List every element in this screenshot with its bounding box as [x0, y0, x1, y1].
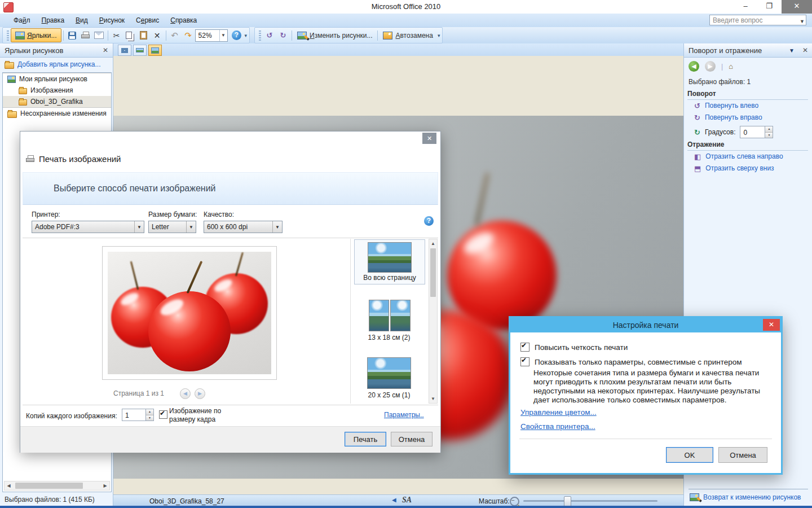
- rename-icon[interactable]: SA: [402, 496, 412, 505]
- tree-item-oboi-3d-grafika[interactable]: Oboi_3D_Grafika: [3, 96, 111, 107]
- close-button[interactable]: ✕: [782, 0, 812, 14]
- tree-item-my-shortcuts[interactable]: Мои ярлыки рисунков: [3, 73, 111, 85]
- scroll-left-icon[interactable]: ◀: [5, 483, 13, 488]
- scroll-up-icon[interactable]: ▲: [429, 241, 437, 246]
- help-button[interactable]: ?: [230, 29, 244, 42]
- options-link[interactable]: Параметры..: [384, 411, 424, 419]
- layout-option-full-page[interactable]: Во всю страницу: [354, 239, 425, 284]
- print-dialog-close-button[interactable]: ✕: [422, 133, 436, 144]
- save-button[interactable]: [65, 29, 79, 42]
- quality-select[interactable]: 600 x 600 dpi▼: [204, 221, 283, 233]
- cut-button[interactable]: ✂: [110, 29, 123, 42]
- toolbar-overflow-icon[interactable]: ▾: [438, 33, 440, 38]
- previous-page-button[interactable]: ◀: [180, 388, 191, 399]
- flip-horizontal-link[interactable]: ◧ Отразить слева направо: [694, 152, 783, 161]
- edit-pictures-button[interactable]: Изменить рисунки...: [294, 29, 376, 42]
- fit-to-frame-checkbox[interactable]: [159, 410, 167, 419]
- zoom-combobox[interactable]: 52% ▼: [195, 29, 228, 42]
- print-dialog-footer: Печать Отмена: [20, 426, 440, 453]
- toolbar-grip[interactable]: [259, 30, 261, 41]
- delete-button[interactable]: ✕: [151, 29, 164, 42]
- degrees-input[interactable]: 0: [740, 126, 765, 138]
- shortcuts-button[interactable]: Ярлыки...: [11, 28, 61, 42]
- add-folder-icon: [5, 62, 14, 69]
- vertical-scrollbar[interactable]: ▲ ▼: [429, 239, 438, 404]
- layout-option-20x25[interactable]: 20 x 25 см (1): [354, 356, 424, 402]
- print-dialog-header-band: Выберите способ печати изображений: [23, 172, 438, 205]
- menu-help[interactable]: Справка: [165, 15, 202, 26]
- filmstrip-view-button[interactable]: [133, 45, 147, 56]
- sharpen-print-checkbox[interactable]: [520, 343, 529, 352]
- rotate-left-button[interactable]: ↺: [263, 29, 276, 42]
- chevron-down-icon[interactable]: ▼: [219, 30, 227, 41]
- mail-button[interactable]: [92, 29, 106, 42]
- print-dialog-title: Печать изображений: [39, 154, 121, 164]
- flip-vertical-link[interactable]: ⬒ Отразить сверху вниз: [694, 164, 774, 173]
- help-icon: ?: [232, 30, 241, 40]
- redo-button[interactable]: ↷: [182, 29, 195, 42]
- rotate-right-button[interactable]: ↻: [276, 29, 290, 42]
- zoom-out-icon[interactable]: −: [510, 497, 519, 506]
- home-button[interactable]: ⌂: [729, 62, 733, 71]
- toolbar-grip[interactable]: [7, 30, 9, 41]
- layout-thumbnail: [390, 300, 411, 331]
- cherry-stem: [130, 261, 139, 290]
- forward-button[interactable]: ▶: [705, 61, 716, 72]
- rotate-right-icon: ↻: [694, 113, 700, 122]
- settings-description: Некоторые сочетания типа и размера бумаг…: [533, 369, 773, 405]
- chevron-down-icon[interactable]: ▼: [789, 47, 795, 54]
- scrollbar-thumb[interactable]: [430, 248, 436, 297]
- help-icon[interactable]: ?: [424, 216, 434, 226]
- horizontal-scrollbar[interactable]: ◀ ▶: [4, 481, 110, 491]
- single-view-button[interactable]: [148, 45, 162, 56]
- print-confirm-button[interactable]: Печать: [345, 432, 386, 446]
- autocorrect-button[interactable]: Автозамена: [379, 29, 436, 42]
- color-management-link[interactable]: Управление цветом...: [520, 408, 597, 417]
- menu-view[interactable]: Вид: [70, 15, 94, 26]
- menu-tools[interactable]: Сервис: [130, 15, 165, 26]
- tree-item-images[interactable]: Изображения: [3, 85, 111, 96]
- rotate-left-link[interactable]: ↺ Повернуть влево: [694, 102, 758, 110]
- chevron-down-icon[interactable]: ▼: [800, 16, 805, 27]
- settings-ok-button[interactable]: OK: [666, 447, 713, 463]
- zoom-slider-track[interactable]: [523, 500, 657, 502]
- paste-button[interactable]: [137, 29, 151, 42]
- return-to-editing-link[interactable]: Возврат к изменению рисунков: [690, 493, 801, 501]
- close-icon[interactable]: ✕: [103, 46, 108, 54]
- printer-select[interactable]: Adobe PDF#:3▼: [32, 221, 144, 233]
- degrees-spinner[interactable]: ▲▼: [765, 126, 773, 138]
- thumbnail-view-button[interactable]: [118, 45, 131, 56]
- back-button[interactable]: ◀: [689, 61, 699, 72]
- rotate-right-link[interactable]: ↻ Повернуть вправо: [694, 113, 762, 122]
- paper-size-select[interactable]: Letter▼: [148, 221, 196, 233]
- menu-picture[interactable]: Рисунок: [94, 15, 130, 26]
- degrees-icon: ↻: [694, 128, 700, 137]
- scrollbar-thumb[interactable]: [15, 483, 83, 489]
- printer-properties-link[interactable]: Свойства принтера...: [520, 422, 595, 431]
- copies-input[interactable]: 1: [122, 409, 145, 421]
- tree-item-unsaved-edits[interactable]: Несохраненные изменения: [3, 108, 111, 119]
- previous-picture-icon[interactable]: ◀: [392, 497, 396, 503]
- scroll-right-icon[interactable]: ▶: [101, 483, 109, 488]
- layout-option-13x18[interactable]: 13 x 18 см (2): [354, 299, 424, 345]
- redo-icon: ↷: [184, 30, 192, 41]
- compatible-only-checkbox[interactable]: [520, 357, 529, 366]
- toolbar-overflow-icon[interactable]: ▾: [245, 33, 248, 38]
- print-button[interactable]: [79, 29, 92, 42]
- copies-spinner[interactable]: ▲▼: [145, 409, 154, 421]
- menu-file[interactable]: Файл: [8, 15, 36, 26]
- settings-cancel-button[interactable]: Отмена: [718, 447, 767, 463]
- add-shortcut-link[interactable]: Добавить ярлык рисунка...: [0, 58, 113, 71]
- print-cancel-button[interactable]: Отмена: [391, 432, 433, 446]
- minimize-button[interactable]: –: [735, 0, 756, 14]
- undo-button[interactable]: ↶: [168, 29, 182, 42]
- scroll-down-icon[interactable]: ▼: [429, 396, 437, 401]
- restore-button[interactable]: ❐: [758, 0, 780, 14]
- close-icon[interactable]: ✕: [802, 46, 808, 54]
- ask-question-input[interactable]: Введите вопрос ▼: [709, 15, 806, 25]
- flip-section-title: Отражение: [687, 141, 808, 151]
- menu-edit[interactable]: Правка: [36, 15, 70, 26]
- settings-close-button[interactable]: ✕: [763, 319, 780, 331]
- copy-button[interactable]: [123, 29, 137, 42]
- next-page-button[interactable]: ▶: [195, 388, 205, 399]
